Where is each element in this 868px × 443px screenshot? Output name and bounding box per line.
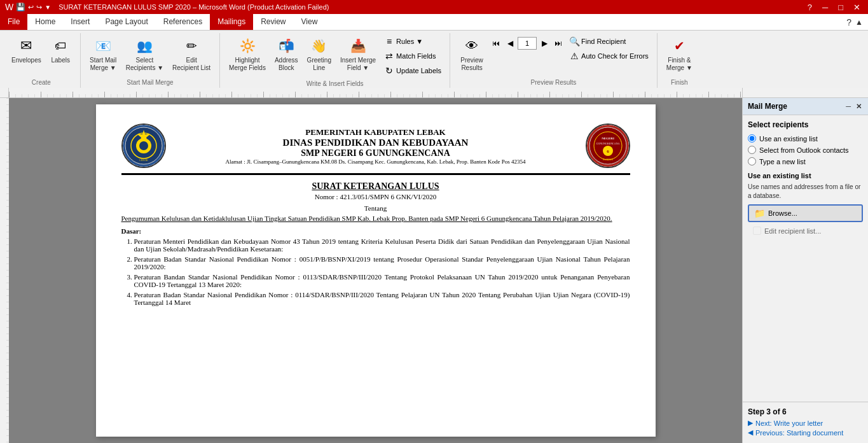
use-existing-list-option[interactable]: Use an existing list [748,134,863,143]
start-mail-merge-button[interactable]: 📧 Start MailMerge ▼ [86,33,121,74]
finish-merge-button[interactable]: ✔ Finish &Merge ▼ [663,33,696,74]
ribbon-group-finish: ✔ Finish &Merge ▼ Finish [658,33,701,88]
select-outlook-option[interactable]: Select from Outlook contacts [748,146,863,154]
last-record-button[interactable]: ⏭ [552,37,565,50]
address-block-button[interactable]: 📬 AddressBlock [271,33,302,74]
update-labels-button[interactable]: ↻ Update Labels [381,64,444,78]
type-new-list-option[interactable]: Type a new list [748,157,863,165]
ribbon-help-icon[interactable]: ? [846,17,851,27]
browse-icon: 📁 [754,208,765,218]
next-arrow-icon: ▶ [748,419,753,427]
tab-mailings[interactable]: Mailings [210,14,253,30]
select-recipients-button[interactable]: 👥 SelectRecipients ▼ [122,33,167,74]
ribbon-content: ✉ Envelopes 🏷 Labels Create 📧 Start Mail… [0,31,868,88]
start-mail-merge-icon: 📧 [93,36,113,56]
ribbon-collapse-icon[interactable]: ▲ [855,18,863,27]
create-items: ✉ Envelopes 🏷 Labels [8,33,75,78]
panel-header-controls: ─ ✕ [844,102,863,111]
insert-merge-field-button[interactable]: 📥 Insert MergeField ▼ [336,33,380,74]
circle-logo-left: LEBAK [123,125,165,167]
ruler-spacer [0,88,9,97]
preview-group-label: Preview Results [455,78,652,88]
rules-button[interactable]: ≡ Rules ▼ [381,34,444,48]
tab-page-layout[interactable]: Page Layout [97,14,155,30]
help-icon[interactable]: ? [805,3,815,12]
preview-items: 👁 PreviewResults ⏮ ◀ ▶ ⏭ [455,33,652,78]
vertical-ruler-svg [0,98,9,443]
select-recipients-label: SelectRecipients ▼ [126,57,163,72]
title-bar-left: W 💾 ↩ ↪ ▼ SURAT KETERANGAN LULUS SMP 202… [5,2,329,12]
envelopes-label: Envelopes [11,57,41,64]
type-new-list-label: Type a new list [759,158,806,165]
next-step-label: Next: Write your letter [755,419,823,427]
quick-access-redo[interactable]: ↪ [36,3,42,11]
svg-text:LEBAK: LEBAK [139,158,148,162]
rules-label: Rules ▼ [396,38,423,45]
envelopes-icon: ✉ [16,36,36,56]
tab-home[interactable]: Home [27,14,63,30]
first-record-button[interactable]: ⏮ [490,37,502,50]
edit-list-checkbox [753,227,761,235]
content-row: LEBAK PEMERINTAH KABUPATEN LEBAK DINAS P… [0,98,868,443]
list-item: Peraturan Bandan Standar Nasional Pendid… [134,273,630,288]
panel-close-button[interactable]: ✕ [855,102,863,111]
match-fields-icon: ⇄ [384,51,394,61]
ribbon-group-preview: 👁 PreviewResults ⏮ ◀ ▶ ⏭ [450,33,658,88]
prev-arrow-icon: ◀ [748,428,753,437]
next-record-button[interactable]: ▶ [538,37,551,50]
tab-references[interactable]: References [156,14,210,30]
record-number-input[interactable] [518,37,537,50]
minimize-button[interactable]: ─ [820,3,830,12]
tab-file[interactable]: File [0,14,27,30]
document-area: LEBAK PEMERINTAH KABUPATEN LEBAK DINAS P… [9,98,742,443]
prev-step-link[interactable]: ◀ Previous: Starting document [748,428,863,437]
doc-pengumuman: Pengumuman Kelulusan dan Ketidaklulusan … [121,214,630,222]
browse-label: Browse... [768,209,797,217]
edit-recipient-list-button[interactable]: ✏ EditRecipient List [169,33,214,74]
greeting-line-icon: 👋 [309,36,329,56]
address-block-icon: 📬 [276,36,296,56]
finish-group-label: Finish [663,78,696,88]
greeting-line-button[interactable]: 👋 GreetingLine [303,33,335,74]
prev-step-label: Previous: Starting document [755,429,843,437]
logo-right: NEGERI GUNUNGKENCANA 6 BANTEN [586,123,630,168]
rules-icon: ≡ [384,36,394,46]
select-outlook-radio[interactable] [748,146,756,154]
vertical-ruler [0,98,9,443]
envelopes-button[interactable]: ✉ Envelopes [8,33,45,67]
tab-view[interactable]: View [294,14,326,30]
prev-record-button[interactable]: ◀ [504,37,516,50]
match-fields-button[interactable]: ⇄ Match Fields [381,49,444,63]
quick-access-undo[interactable]: ↩ [28,3,34,11]
quick-access-customize[interactable]: ▼ [45,4,51,11]
tab-insert[interactable]: Insert [63,14,97,30]
next-record-icon: ▶ [542,39,548,48]
title-text: SURAT KETERANGAN LULUS SMP 2020 – Micros… [59,3,329,11]
quick-access-save[interactable]: 💾 [16,3,25,11]
type-new-list-radio[interactable] [748,157,756,165]
highlight-icon: 🔆 [237,36,258,56]
maximize-button[interactable]: □ [836,3,846,12]
panel-footer: Step 3 of 6 ▶ Next: Write your letter ◀ … [743,402,868,443]
highlight-merge-fields-button[interactable]: 🔆 HighlightMerge Fields [225,33,270,74]
edit-recipient-list-link[interactable]: Edit recipient list... [748,225,863,237]
use-existing-list-radio[interactable] [748,134,756,143]
svg-text:NEGERI: NEGERI [602,137,614,140]
preview-results-button[interactable]: 👁 PreviewResults [455,33,488,74]
close-button[interactable]: ✕ [851,3,863,12]
next-step-link[interactable]: ▶ Next: Write your letter [748,419,863,427]
use-existing-list-label: Use an existing list [759,135,818,143]
logo-left: LEBAK [121,123,166,168]
edit-recipient-label: EditRecipient List [172,57,210,72]
find-recipient-button[interactable]: 🔍 Find Recipient [566,34,652,48]
panel-ruler-spacer [742,88,868,97]
tab-review[interactable]: Review [253,14,293,30]
browse-button[interactable]: 📁 Browse... [748,204,863,222]
auto-check-errors-button[interactable]: ⚠ Auto Check for Errors [566,49,652,63]
panel-minimize-button[interactable]: ─ [844,102,852,111]
doc-dasar: Dasar: [121,227,630,235]
auto-check-icon: ⚠ [569,51,579,61]
labels-button[interactable]: 🏷 Labels [46,33,75,67]
panel-body: Select recipients Use an existing list S… [743,115,868,402]
auto-check-label: Auto Check for Errors [581,52,649,60]
